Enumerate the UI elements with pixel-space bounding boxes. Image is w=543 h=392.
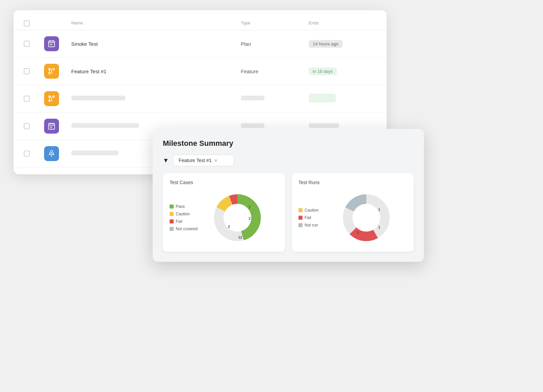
legend-label-caution: Caution <box>176 212 190 216</box>
svg-point-7 <box>53 68 55 70</box>
legend-item-caution: Caution <box>298 208 332 213</box>
legend-dot-fail <box>298 216 303 220</box>
test-runs-card: Test Runs Caution Fail Not run <box>292 173 414 252</box>
svg-rect-14 <box>49 123 55 129</box>
legend-dot-not-covered <box>170 227 174 231</box>
legend-dot-fail <box>170 219 174 223</box>
donut-svg: 1 2 1 <box>339 191 393 245</box>
test-runs-legend: Caution Fail Not run <box>298 208 332 228</box>
svg-text:2: 2 <box>228 224 230 229</box>
test-cases-legend: Pass Caution Fail Not covered <box>170 204 203 231</box>
row-type: Feature <box>241 68 309 74</box>
skeleton-name <box>71 151 119 155</box>
svg-text:2: 2 <box>249 216 251 220</box>
row-icon-badge <box>44 146 59 161</box>
select-all-checkbox[interactable] <box>24 20 30 26</box>
row-icon-badge <box>44 36 59 51</box>
svg-rect-18 <box>50 126 51 128</box>
table-row: Feature Test #1 Feature in 16 days <box>14 58 387 85</box>
table-header: Name Type Ends <box>14 17 387 30</box>
header-ends: Ends <box>309 20 376 26</box>
legend-dot-caution <box>298 208 303 212</box>
legend-label-not-covered: Not covered <box>176 227 198 231</box>
row-name: Feature Test #1 <box>71 68 241 74</box>
row-checkbox[interactable] <box>24 151 30 157</box>
legend-item-not-covered: Not covered <box>170 227 203 231</box>
donut-svg: 1 2 2 12 <box>210 191 265 245</box>
skeleton-name <box>71 123 139 128</box>
ends-badge: in 16 days <box>309 67 337 75</box>
calendar-icon <box>47 40 56 48</box>
test-runs-donut: 1 2 1 <box>339 191 393 245</box>
header-name: Name <box>71 20 241 26</box>
legend-label-fail: Fail <box>176 219 182 224</box>
legend-item-pass: Pass <box>170 204 203 209</box>
rocket-icon <box>47 150 56 158</box>
milestone-title: Milestone Summary <box>163 139 414 148</box>
row-ends: 14 hours ago <box>309 40 376 48</box>
skeleton-ends <box>309 94 336 102</box>
legend-dot-caution <box>170 212 174 216</box>
test-runs-title: Test Runs <box>298 180 407 185</box>
row-icon-badge <box>44 91 59 106</box>
svg-text:12: 12 <box>238 235 242 239</box>
dropdown-value: Feature Test #1 <box>179 158 212 163</box>
svg-text:1: 1 <box>378 225 380 229</box>
svg-text:1: 1 <box>378 208 380 212</box>
svg-rect-0 <box>49 41 55 47</box>
row-name: Smoke Test <box>71 41 241 47</box>
svg-point-11 <box>53 96 55 98</box>
skeleton-ends <box>309 123 339 128</box>
svg-text:2: 2 <box>357 231 359 235</box>
svg-rect-5 <box>51 44 52 45</box>
chevron-down-icon: ∨ <box>214 158 217 163</box>
svg-rect-4 <box>50 44 51 45</box>
test-cases-content: Pass Caution Fail Not covered <box>170 191 278 245</box>
legend-label-pass: Pass <box>176 204 185 209</box>
svg-point-8 <box>49 73 51 74</box>
row-checkbox[interactable] <box>24 68 30 74</box>
skeleton-type <box>241 123 265 128</box>
charts-row: Test Cases Pass Caution Fail <box>163 173 414 252</box>
svg-rect-19 <box>51 126 52 128</box>
test-cases-donut: 1 2 2 12 <box>210 191 265 245</box>
test-cases-card: Test Cases Pass Caution Fail <box>163 173 285 252</box>
header-type: Type <box>241 20 309 26</box>
filter-row: ▼ Feature Test #1 ∨ <box>163 155 414 166</box>
row-checkbox[interactable] <box>24 96 30 102</box>
svg-point-6 <box>49 68 51 70</box>
ends-badge: 14 hours ago <box>309 40 343 48</box>
legend-item-fail: Fail <box>170 219 203 224</box>
test-cases-title: Test Cases <box>170 180 278 185</box>
svg-point-20 <box>51 152 52 154</box>
legend-item-fail: Fail <box>298 215 332 220</box>
header-icon-col <box>44 20 71 26</box>
row-checkbox[interactable] <box>24 41 30 47</box>
row-icon-badge <box>44 119 59 134</box>
branch-icon <box>47 95 56 103</box>
legend-label-not-run: Not run <box>305 223 318 228</box>
milestone-card: Milestone Summary ▼ Feature Test #1 ∨ Te… <box>153 129 424 262</box>
svg-text:1: 1 <box>249 205 251 209</box>
table-row: Smoke Test Plan 14 hours ago <box>14 30 387 58</box>
svg-point-12 <box>49 100 51 102</box>
legend-label-fail: Fail <box>305 215 311 220</box>
skeleton-name <box>71 96 125 100</box>
test-runs-content: Caution Fail Not run <box>298 191 407 245</box>
calendar-icon <box>47 122 56 130</box>
row-checkbox[interactable] <box>24 123 30 129</box>
skeleton-type <box>241 96 265 100</box>
row-icon-badge <box>44 64 59 79</box>
legend-label-caution: Caution <box>305 208 318 213</box>
row-type: Plan <box>241 41 309 47</box>
svg-point-10 <box>49 96 51 98</box>
table-row <box>14 85 387 113</box>
legend-dot-not-run <box>298 223 303 227</box>
legend-dot-pass <box>170 204 174 209</box>
milestone-dropdown[interactable]: Feature Test #1 ∨ <box>173 155 234 166</box>
header-checkbox-col <box>24 20 44 26</box>
legend-item-not-run: Not run <box>298 223 332 228</box>
row-ends: in 16 days <box>309 67 376 75</box>
filter-funnel-icon: ▼ <box>163 157 169 164</box>
branch-icon <box>47 67 56 75</box>
